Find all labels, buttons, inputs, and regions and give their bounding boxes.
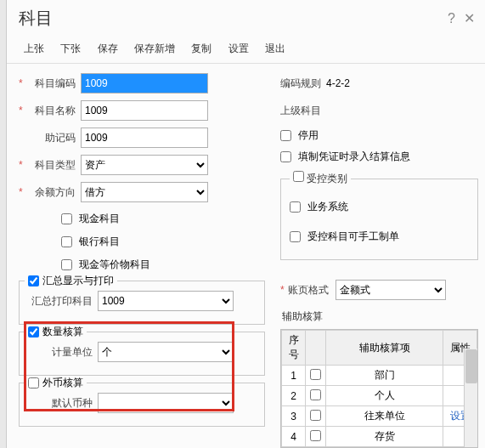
aux-table-wrap: 序号 辅助核算项 属性 1部门2个人3往来单位设置4存货5项目设置 [280, 329, 478, 448]
cell-item: 个人 [326, 386, 443, 406]
prev-button[interactable]: 上张 [24, 43, 44, 54]
biz-checkbox[interactable] [290, 201, 301, 213]
code-label: 科目编码 [26, 77, 76, 91]
row-checkbox[interactable] [310, 410, 321, 421]
manual-label: 受控科目可手工制单 [307, 230, 399, 244]
control-title: 受控类别 [307, 173, 347, 184]
disable-label: 停用 [298, 128, 319, 143]
mnem-input[interactable] [81, 128, 208, 148]
control-fieldset: 受控类别 业务系统 受控科目可手工制单 [280, 171, 478, 260]
summary-title: 汇总显示与打印 [42, 274, 114, 288]
cell-seq: 3 [282, 406, 306, 427]
cash-label: 现金科目 [79, 212, 120, 226]
qty-section: 数量核算 计量单位个 [19, 332, 265, 376]
table-row: 3往来单位设置 [282, 406, 477, 427]
fx-title: 外币核算 [42, 376, 83, 390]
mnem-label: 助记码 [26, 131, 76, 145]
copy-button[interactable]: 复制 [191, 43, 211, 54]
settings-button[interactable]: 设置 [228, 43, 249, 54]
sum-subject-select[interactable]: 1009 [98, 291, 234, 311]
scroll-thumb[interactable] [465, 349, 477, 383]
summary-checkbox[interactable] [28, 275, 39, 286]
th-seq: 序号 [282, 331, 306, 366]
scrollbar[interactable] [464, 349, 477, 447]
code-input[interactable] [81, 73, 208, 94]
format-select[interactable]: 金额式 [336, 280, 446, 300]
type-select[interactable]: 资产 [81, 155, 208, 175]
cell-item: 部门 [326, 366, 443, 386]
name-label: 科目名称 [26, 104, 76, 118]
disable-checkbox[interactable] [280, 130, 291, 141]
equiv-checkbox[interactable] [61, 259, 72, 270]
help-icon[interactable]: ? [448, 11, 455, 26]
sum-subject-label: 汇总打印科目 [26, 294, 93, 309]
voucher-checkbox[interactable] [280, 151, 291, 162]
cash-checkbox[interactable] [61, 213, 72, 224]
voucher-label: 填制凭证时录入结算信息 [298, 150, 410, 164]
row-checkbox[interactable] [310, 369, 321, 380]
summary-section: 汇总显示与打印 汇总打印科目1009 [19, 281, 265, 325]
equiv-label: 现金等价物科目 [79, 258, 150, 272]
cell-cb [306, 366, 326, 386]
save-button[interactable]: 保存 [98, 43, 118, 54]
fx-section: 外币核算 默认币种 [19, 383, 265, 427]
rule-label: 编码规则 [280, 77, 321, 91]
toolbar: 上张 下张 保存 保存新增 复制 设置 退出 [7, 33, 485, 64]
biz-label: 业务系统 [307, 200, 348, 214]
unit-select[interactable]: 个 [98, 342, 234, 362]
cell-cb [306, 386, 326, 406]
table-row: 4存货 [282, 427, 477, 447]
type-label: 科目类型 [26, 158, 76, 173]
cell-seq: 4 [282, 427, 306, 447]
aux-title: 辅助核算 [282, 309, 478, 324]
exit-button[interactable]: 退出 [265, 43, 285, 54]
parent-label: 上级科目 [280, 104, 321, 118]
qty-title: 数量核算 [42, 325, 83, 339]
cell-item: 存货 [326, 427, 443, 447]
control-checkbox[interactable] [293, 171, 304, 182]
cell-cb [306, 406, 326, 427]
manual-checkbox[interactable] [290, 231, 301, 242]
name-input[interactable] [81, 100, 208, 121]
table-row: 1部门 [282, 366, 477, 386]
close-icon[interactable]: ✕ [464, 10, 475, 26]
currency-select[interactable] [98, 393, 234, 413]
row-checkbox[interactable] [310, 430, 321, 441]
aux-table: 序号 辅助核算项 属性 1部门2个人3往来单位设置4存货5项目设置 [281, 330, 477, 448]
save-new-button[interactable]: 保存新增 [134, 43, 175, 54]
dialog-title: 科目 [19, 7, 439, 30]
dir-label: 余额方向 [26, 185, 76, 200]
fx-checkbox[interactable] [28, 377, 39, 388]
bank-checkbox[interactable] [61, 236, 72, 247]
qty-checkbox[interactable] [28, 326, 39, 337]
currency-label: 默认币种 [26, 396, 93, 411]
cell-item: 往来单位 [326, 406, 443, 427]
unit-label: 计量单位 [26, 345, 93, 360]
row-checkbox[interactable] [310, 389, 321, 400]
format-label: 账页格式 [288, 283, 329, 298]
rule-value: 4-2-2 [326, 77, 350, 89]
cell-seq: 2 [282, 386, 306, 406]
th-item: 辅助核算项 [326, 331, 443, 366]
next-button[interactable]: 下张 [60, 43, 81, 54]
bank-label: 银行科目 [79, 235, 120, 249]
table-row: 2个人 [282, 386, 477, 406]
dir-select[interactable]: 借方 [81, 182, 208, 202]
cell-seq: 1 [282, 366, 306, 386]
cell-cb [306, 427, 326, 447]
th-cb [306, 331, 326, 366]
